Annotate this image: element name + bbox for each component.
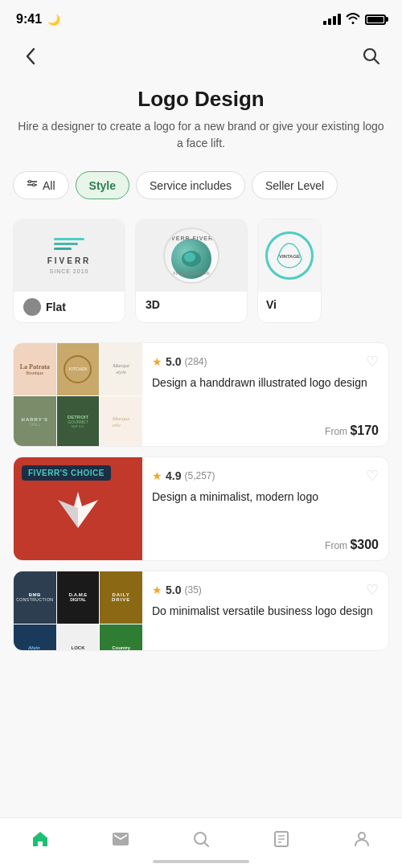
messages-icon xyxy=(111,829,130,849)
gig-card-1[interactable]: La Patrata Boutique KITCHEN Marquistyle … xyxy=(13,342,389,447)
gig-list: La Patrata Boutique KITCHEN Marquistyle … xyxy=(0,336,402,657)
svg-text:VINTAGE: VINTAGE xyxy=(279,254,300,259)
heart-icon-2[interactable]: ♡ xyxy=(366,467,379,485)
profile-icon xyxy=(352,829,371,849)
nav-bar xyxy=(0,35,402,80)
home-indicator xyxy=(153,860,249,863)
svg-point-5 xyxy=(33,184,35,186)
svg-point-4 xyxy=(29,181,31,183)
fiverrs-choice-badge: FIVERR'S CHOICE xyxy=(22,465,111,481)
page-title: Logo Design xyxy=(16,87,386,112)
style-card-flat-image: FIVERR SINCE 2010 xyxy=(14,219,125,292)
mosaic-cell: KITCHEN xyxy=(57,343,100,395)
gig-title-2: Design a minimalist, modern logo xyxy=(152,489,379,538)
gig-rating-1: ★ 5.0 (284) ♡ xyxy=(152,353,379,371)
style-card-3d[interactable]: FIVERR FIVERR FIVERR FIVERR 3D xyxy=(135,219,248,323)
nav-orders[interactable] xyxy=(262,826,301,852)
mosaic-cell: Marqueelle xyxy=(100,396,142,448)
mosaic-cell: Marquistyle xyxy=(100,343,142,395)
gig-title-3: Do minimalist versatile business logo de… xyxy=(152,604,379,642)
style-card-vintage-image: VINTAGE xyxy=(258,219,321,292)
back-button[interactable] xyxy=(16,42,45,71)
heart-icon-1[interactable]: ♡ xyxy=(366,353,379,371)
mosaic-cell: AlvinLewis xyxy=(14,624,56,652)
mosaic-cell: HARRY'S GRILL xyxy=(14,396,56,448)
page-subtitle: Hire a designer to create a logo for a n… xyxy=(16,118,386,152)
mosaic-cell: LOCK SMITH xyxy=(57,624,100,652)
gig-info-2: ★ 4.9 (5,257) ♡ Design a minimalist, mod… xyxy=(142,457,388,560)
svg-line-1 xyxy=(374,59,379,63)
home-icon xyxy=(31,829,50,849)
gig-info-1: ★ 5.0 (284) ♡ Design a handdrawn illustr… xyxy=(142,343,388,446)
gig-info-3: ★ 5.0 (35) ♡ Do minimalist versatile bus… xyxy=(142,571,388,650)
filter-style[interactable]: Style xyxy=(76,171,129,199)
style-card-3d-label: 3D xyxy=(136,292,247,317)
style-cards-row: FIVERR SINCE 2010 Flat FIVERR FIVERR xyxy=(0,206,402,336)
status-bar: 9:41 🌙 xyxy=(0,0,402,35)
mosaic-cell: DETROIT GOURMET NUT CO. xyxy=(57,396,100,448)
svg-point-7 xyxy=(184,252,195,262)
style-card-flat[interactable]: FIVERR SINCE 2010 Flat xyxy=(13,219,125,323)
gig-card-3[interactable]: BMB CONSTRUCTION D.A.M.E DIGITAL DAILY D… xyxy=(13,571,389,651)
gig-price-2: From $300 xyxy=(152,538,379,552)
svg-point-15 xyxy=(359,833,365,839)
style-card-flat-label: Flat xyxy=(14,292,125,322)
svg-line-10 xyxy=(204,842,208,846)
filter-icon xyxy=(27,178,38,192)
nav-profile[interactable] xyxy=(343,826,381,852)
minimalist-bird-svg xyxy=(46,484,110,536)
gig-rating-3: ★ 5.0 (35) ♡ xyxy=(152,581,379,599)
gig-title-1: Design a handdrawn illustrated logo desi… xyxy=(152,375,379,424)
style-card-3d-image: FIVERR FIVERR FIVERR FIVERR xyxy=(136,219,247,292)
gig-card-2[interactable]: FIVERR'S CHOICE ★ 4.9 (5,257) ♡ Design a… xyxy=(13,457,389,561)
gig-thumbnail-1: La Patrata Boutique KITCHEN Marquistyle … xyxy=(14,343,142,447)
filter-all[interactable]: All xyxy=(13,171,69,199)
status-icons xyxy=(323,13,386,27)
gig-thumbnail-2: FIVERR'S CHOICE xyxy=(14,457,142,561)
page-header: Logo Design Hire a designer to create a … xyxy=(0,80,402,165)
search-button[interactable] xyxy=(357,42,386,71)
filter-service-includes[interactable]: Service includes xyxy=(136,171,245,199)
battery-icon xyxy=(365,14,386,25)
gig-price-1: From $170 xyxy=(152,424,379,438)
mosaic-cell: D.A.M.E DIGITAL xyxy=(57,571,100,624)
nav-home[interactable] xyxy=(21,826,59,852)
gig-rating-2: ★ 4.9 (5,257) ♡ xyxy=(152,467,379,485)
star-icon: ★ xyxy=(152,469,162,482)
signal-icon xyxy=(323,14,341,25)
star-icon: ★ xyxy=(152,583,162,596)
heart-icon-3[interactable]: ♡ xyxy=(366,581,379,599)
mosaic-cell: La Patrata Boutique xyxy=(14,343,56,395)
filter-seller-level[interactable]: Seller Level xyxy=(252,171,338,199)
nav-messages[interactable] xyxy=(101,826,140,852)
orders-icon xyxy=(272,829,291,849)
nav-search[interactable] xyxy=(182,826,220,852)
star-icon: ★ xyxy=(152,355,162,368)
gig-thumbnail-3: BMB CONSTRUCTION D.A.M.E DIGITAL DAILY D… xyxy=(14,571,142,651)
time-display: 9:41 xyxy=(16,12,42,26)
mosaic-cell: DAILY DRIVE xyxy=(100,571,142,624)
style-card-vintage-label: Vi xyxy=(258,292,321,317)
search-nav-icon xyxy=(191,829,211,849)
status-time: 9:41 🌙 xyxy=(16,12,60,27)
wifi-icon xyxy=(346,13,360,27)
mosaic-cell: Country Life xyxy=(100,624,142,652)
style-card-vintage[interactable]: VINTAGE Vi xyxy=(257,219,322,323)
moon-icon: 🌙 xyxy=(47,14,60,26)
mosaic-cell: BMB CONSTRUCTION xyxy=(14,571,56,624)
filter-tabs: All Style Service includes Seller Level xyxy=(0,165,402,206)
